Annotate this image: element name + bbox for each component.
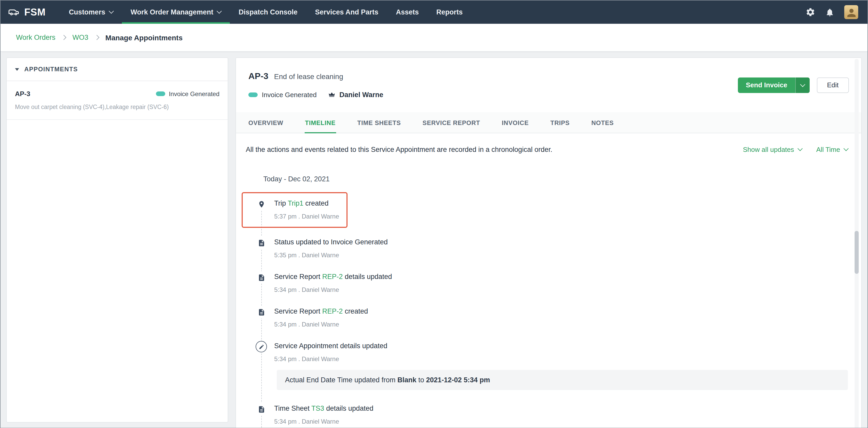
appointment-id: AP-3 bbox=[15, 90, 30, 98]
nav-item-label: Dispatch Console bbox=[239, 8, 298, 16]
detail-old-value: Blank bbox=[397, 376, 416, 384]
timeline-event: Service Report REP-2 created 5:34 pm . D… bbox=[248, 306, 848, 328]
main-nav: Customers Work Order Management Dispatch… bbox=[60, 1, 471, 24]
status-update-document-icon bbox=[255, 237, 268, 249]
send-invoice-dropdown-button[interactable] bbox=[795, 78, 809, 93]
breadcrumb-work-orders[interactable]: Work Orders bbox=[16, 34, 56, 41]
collapse-triangle-icon bbox=[15, 68, 19, 70]
appointment-services: Move out carpet cleaning (SVC-4),Leakage… bbox=[15, 103, 219, 111]
show-all-updates-filter[interactable]: Show all updates bbox=[743, 146, 802, 153]
send-invoice-label: Send Invoice bbox=[738, 78, 795, 93]
nav-item-label: Customers bbox=[69, 8, 105, 16]
time-sheet-document-icon bbox=[255, 403, 268, 415]
filter-label: All Time bbox=[816, 146, 840, 153]
crown-icon bbox=[328, 91, 336, 99]
edit-pencil-icon bbox=[256, 341, 267, 352]
tab-service-report[interactable]: SERVICE REPORT bbox=[422, 112, 481, 133]
breadcrumb: Work Orders WO3 Manage Appointments bbox=[1, 24, 867, 52]
nav-work-order-management[interactable]: Work Order Management bbox=[122, 1, 230, 24]
nav-assets[interactable]: Assets bbox=[387, 1, 428, 24]
service-report-document-icon bbox=[255, 306, 268, 318]
breadcrumb-wo3[interactable]: WO3 bbox=[72, 34, 89, 41]
timeline-intro: All the actions and events related to th… bbox=[246, 146, 552, 153]
tab-time-sheets[interactable]: TIME SHEETS bbox=[357, 112, 401, 133]
tab-notes[interactable]: NOTES bbox=[591, 112, 614, 133]
appointment-status: Invoice Generated bbox=[169, 90, 219, 97]
tab-timeline[interactable]: TIMELINE bbox=[304, 112, 336, 133]
chevron-right-icon bbox=[94, 35, 99, 40]
trip-icon bbox=[255, 198, 268, 210]
content-area: APPOINTMENTS AP-3 Invoice Generated Move… bbox=[1, 52, 867, 428]
chevron-down-icon bbox=[217, 8, 222, 14]
event-detail-box: Actual End Date Time updated from Blank … bbox=[277, 370, 848, 390]
page-title: Manage Appointments bbox=[105, 33, 183, 41]
timeline-event-title: Service Report REP-2 created bbox=[274, 306, 368, 316]
sidebar-title: APPOINTMENTS bbox=[24, 66, 78, 73]
nav-right-actions bbox=[806, 5, 860, 19]
app-window: FSM Customers Work Order Management Disp… bbox=[0, 0, 868, 428]
tab-invoice[interactable]: INVOICE bbox=[501, 112, 529, 133]
brand-name: FSM bbox=[24, 6, 46, 18]
time-range-filter[interactable]: All Time bbox=[816, 146, 848, 153]
notifications-bell-icon[interactable] bbox=[825, 7, 834, 17]
tab-overview[interactable]: OVERVIEW bbox=[248, 112, 284, 133]
timeline-event-time: 5:34 pm . Daniel Warne bbox=[274, 321, 368, 328]
assignee-name: Daniel Warne bbox=[339, 91, 383, 99]
user-avatar[interactable] bbox=[844, 5, 858, 19]
timeline-event-title: Status updated to Invoice Generated bbox=[274, 237, 388, 247]
appointment-tabs: OVERVIEW TIMELINE TIME SHEETS SERVICE RE… bbox=[236, 112, 861, 133]
service-report-link[interactable]: REP-2 bbox=[322, 307, 343, 315]
appointment-header: AP-3 End of lease cleaning Invoice Gener… bbox=[236, 58, 861, 99]
timeline-event: Trip Trip1 created 5:37 pm . Daniel Warn… bbox=[274, 198, 339, 220]
timeline-date-group: Today - Dec 02, 2021 bbox=[264, 175, 848, 183]
nav-item-label: Services And Parts bbox=[315, 8, 378, 16]
edit-button[interactable]: Edit bbox=[817, 78, 849, 93]
timeline-event-title: Service Appointment details updated bbox=[274, 340, 387, 351]
chevron-down-icon bbox=[800, 82, 805, 87]
nav-item-label: Work Order Management bbox=[131, 8, 214, 16]
status-pill-icon bbox=[156, 91, 165, 96]
timeline-event-title: Time Sheet TS3 details updated bbox=[274, 403, 373, 413]
detail-new-value: 2021-12-02 5:34 pm bbox=[426, 376, 490, 384]
nav-item-label: Reports bbox=[436, 8, 463, 16]
appointment-detail-panel: AP-3 End of lease cleaning Invoice Gener… bbox=[236, 57, 862, 428]
trip-link[interactable]: Trip1 bbox=[288, 200, 304, 207]
nav-dispatch-console[interactable]: Dispatch Console bbox=[230, 1, 306, 24]
appointment-actions: Send Invoice Edit bbox=[738, 78, 849, 93]
timeline-event-time: 5:34 pm . Daniel Warne bbox=[274, 418, 373, 425]
appointments-sidebar: APPOINTMENTS AP-3 Invoice Generated Move… bbox=[6, 57, 228, 423]
timeline-event-time: 5:34 pm . Daniel Warne bbox=[274, 356, 387, 363]
tab-trips[interactable]: TRIPS bbox=[550, 112, 570, 133]
appointments-collapse-header[interactable]: APPOINTMENTS bbox=[7, 58, 228, 81]
status-pill-icon bbox=[248, 92, 258, 97]
nav-reports[interactable]: Reports bbox=[428, 1, 471, 24]
top-nav: FSM Customers Work Order Management Disp… bbox=[1, 1, 867, 24]
filter-label: Show all updates bbox=[743, 146, 794, 153]
time-sheet-link[interactable]: TS3 bbox=[311, 404, 324, 412]
timeline-event-time: 5:35 pm . Daniel Warne bbox=[274, 252, 388, 259]
chevron-right-icon bbox=[61, 35, 67, 40]
nav-customers[interactable]: Customers bbox=[60, 1, 122, 24]
appointment-name: End of lease cleaning bbox=[274, 72, 343, 81]
timeline-event: Time Sheet TS3 details updated 5:34 pm .… bbox=[248, 403, 848, 425]
timeline-event: Service Appointment details updated 5:34… bbox=[248, 340, 848, 363]
fsm-vehicle-icon bbox=[8, 6, 20, 18]
nav-item-label: Assets bbox=[396, 8, 419, 16]
appointment-detail-status: Invoice Generated bbox=[262, 91, 316, 99]
timeline-event: Status updated to Invoice Generated 5:35… bbox=[248, 237, 848, 259]
app-logo[interactable]: FSM bbox=[8, 6, 46, 18]
timeline-list: Trip Trip1 created 5:37 pm . Daniel Warn… bbox=[248, 192, 848, 425]
appointment-list-item[interactable]: AP-3 Invoice Generated Move out carpet c… bbox=[7, 81, 228, 120]
scrollbar-thumb[interactable] bbox=[855, 231, 859, 274]
nav-services-and-parts[interactable]: Services And Parts bbox=[306, 1, 387, 24]
timeline-event-time: 5:37 pm . Daniel Warne bbox=[274, 213, 339, 220]
timeline-event-time: 5:34 pm . Daniel Warne bbox=[274, 286, 392, 294]
settings-gear-icon[interactable] bbox=[806, 7, 815, 17]
service-report-document-icon bbox=[255, 271, 268, 284]
timeline-section: All the actions and events related to th… bbox=[236, 133, 861, 425]
chevron-down-icon bbox=[843, 146, 849, 151]
timeline-event-title: Trip Trip1 created bbox=[274, 198, 339, 208]
service-report-link[interactable]: REP-2 bbox=[322, 273, 343, 280]
send-invoice-button[interactable]: Send Invoice bbox=[738, 78, 809, 93]
chevron-down-icon bbox=[798, 146, 803, 151]
